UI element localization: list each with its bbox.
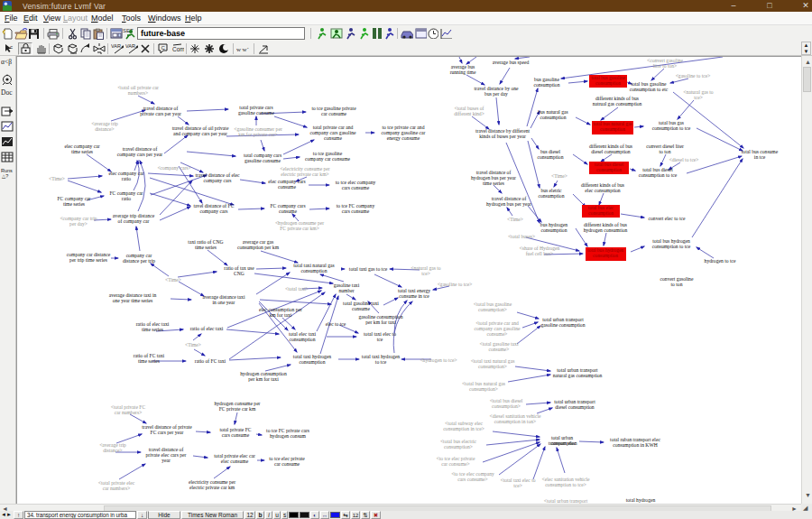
svg-text:VAR: VAR: [111, 43, 121, 49]
svg-text:C: C: [161, 45, 166, 51]
svg-text:VAR: VAR: [125, 43, 135, 49]
svg-text:Doc: Doc: [1, 88, 13, 97]
svg-text:△?: △?: [2, 173, 8, 179]
svg-text:c: c: [10, 44, 13, 50]
svg-text:w w´: w w´: [236, 46, 249, 53]
svg-text:α<β: α<β: [1, 58, 12, 66]
svg-text:Com: Com: [172, 46, 184, 52]
